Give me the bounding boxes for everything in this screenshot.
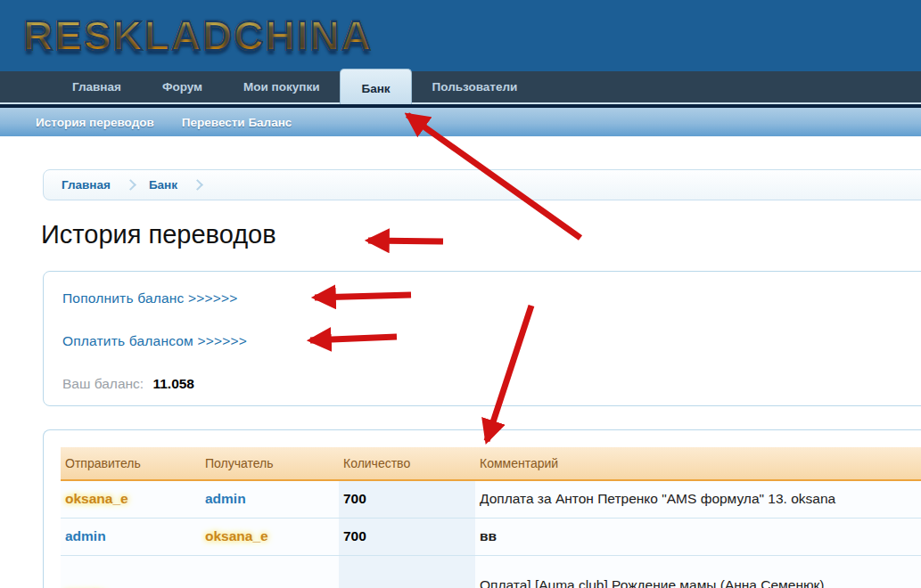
balance-panel: Пополнить баланс >>>>>> Оплатить балансо… xyxy=(43,271,921,406)
page-root: RESKLADCHINA Главная Форум Мои покупки Б… xyxy=(0,0,921,588)
table-row: oksana_e admin 700 Доплата за Антон Петр… xyxy=(61,480,921,518)
col-header-sender: Отправитель xyxy=(61,447,201,480)
main-nav: Главная Форум Мои покупки Банк Пользоват… xyxy=(0,71,921,104)
username-link[interactable]: oksana_e xyxy=(65,491,128,506)
nav-item-my-purchases[interactable]: Мои покупки xyxy=(223,71,340,102)
balance-label: Ваш баланс: xyxy=(62,376,144,391)
amount-cell: 700 xyxy=(339,480,475,518)
username-link[interactable]: oksana_e xyxy=(205,528,268,543)
nav-item-users[interactable]: Пользователи xyxy=(412,71,539,102)
chevron-right-icon xyxy=(125,179,136,191)
col-header-comment: Комментарий xyxy=(475,447,921,480)
comment-cell: Оплата] [Auma club] Рождение мамы (Анна … xyxy=(475,555,921,588)
subnav-item-transfer-history[interactable]: История переводов xyxy=(36,116,154,129)
amount-cell: 700 xyxy=(339,518,475,555)
comment-cell: вв xyxy=(475,518,921,555)
username-link[interactable]: admin xyxy=(65,528,106,543)
comment-cell: Доплата за Антон Петренко "AMS формула" … xyxy=(475,480,921,518)
col-header-amount: Количество xyxy=(339,447,475,480)
breadcrumb-bank[interactable]: Банк xyxy=(149,178,177,192)
table-header-row: Отправитель Получатель Количество Коммен… xyxy=(61,447,921,480)
col-header-receiver: Получатель xyxy=(201,447,339,480)
table-row: KKKlp admin 140 Оплата] [Auma club] Рожд… xyxy=(61,555,921,588)
transfers-panel: Отправитель Получатель Количество Коммен… xyxy=(43,429,921,588)
breadcrumb: Главная Банк xyxy=(43,169,921,200)
nav-item-home[interactable]: Главная xyxy=(52,71,142,102)
username-link[interactable]: admin xyxy=(205,491,246,506)
nav-item-bank[interactable]: Банк xyxy=(340,69,411,104)
page-title: История переводов xyxy=(41,220,921,249)
site-header: RESKLADCHINA xyxy=(0,0,921,71)
transfers-table: Отправитель Получатель Количество Коммен… xyxy=(61,447,921,588)
sub-nav: История переводов Перевести Баланс xyxy=(0,108,921,136)
topup-balance-link[interactable]: Пополнить баланс >>>>>> xyxy=(62,290,921,306)
chevron-right-icon xyxy=(192,179,203,191)
amount-cell: 140 xyxy=(339,555,475,588)
main-content: Главная Банк История переводов Пополнить… xyxy=(0,169,921,588)
site-logo[interactable]: RESKLADCHINA xyxy=(23,12,373,60)
table-row: admin oksana_e 700 вв xyxy=(61,518,921,555)
balance-value: 11.058 xyxy=(152,376,194,391)
pay-with-balance-link[interactable]: Оплатить балансом >>>>>> xyxy=(62,333,921,349)
breadcrumb-home[interactable]: Главная xyxy=(62,178,111,192)
subnav-item-transfer-balance[interactable]: Перевести Баланс xyxy=(182,116,292,129)
balance-row: Ваш баланс: 11.058 xyxy=(62,376,921,392)
nav-item-forum[interactable]: Форум xyxy=(142,71,223,102)
